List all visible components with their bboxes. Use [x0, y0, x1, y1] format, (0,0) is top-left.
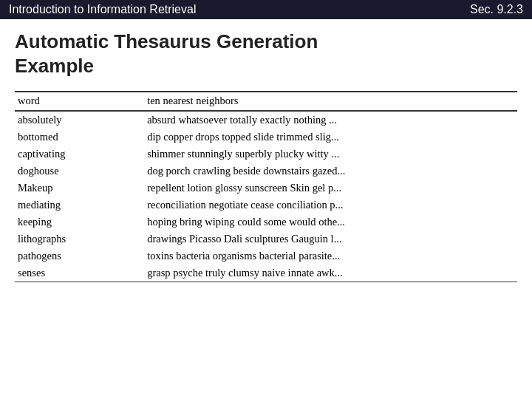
table-cell-neighbors: dip copper drops topped slide trimmed sl…	[144, 129, 517, 146]
col-header-neighbors: ten nearest neighbors	[144, 92, 517, 111]
header-section: Sec. 9.2.3	[470, 3, 523, 16]
table-row: sensesgrasp psyche truly clumsy naive in…	[15, 265, 517, 282]
table-row: pathogenstoxins bacteria organisms bacte…	[15, 248, 517, 265]
table-body: absolutelyabsurd whatsoever totally exac…	[15, 111, 517, 282]
table-cell-neighbors: drawings Picasso Dali sculptures Gauguin…	[144, 231, 517, 248]
table-cell-word: doghouse	[15, 163, 144, 180]
table-cell-word: pathogens	[15, 248, 144, 265]
table-row: lithographsdrawings Picasso Dali sculptu…	[15, 231, 517, 248]
table-row: keepinghoping bring wiping could some wo…	[15, 214, 517, 231]
header-title: Introduction to Information Retrieval	[9, 3, 196, 16]
table-row: bottomeddip copper drops topped slide tr…	[15, 129, 517, 146]
table-cell-word: captivating	[15, 146, 144, 163]
table-cell-neighbors: dog porch crawling beside downstairs gaz…	[144, 163, 517, 180]
table-row: captivatingshimmer stunningly superbly p…	[15, 146, 517, 163]
table-cell-word: bottomed	[15, 129, 144, 146]
table-cell-word: absolutely	[15, 111, 144, 129]
table-cell-neighbors: absurd whatsoever totally exactly nothin…	[144, 111, 517, 129]
table-row: mediatingreconciliation negotiate cease …	[15, 197, 517, 214]
table-row: doghousedog porch crawling beside downst…	[15, 163, 517, 180]
page-title: Automatic Thesaurus Generation Example	[15, 30, 517, 78]
table-cell-word: Makeup	[15, 180, 144, 197]
table-cell-neighbors: shimmer stunningly superbly plucky witty…	[144, 146, 517, 163]
table-cell-neighbors: reconciliation negotiate cease conciliat…	[144, 197, 517, 214]
thesaurus-table: word ten nearest neighbors absolutelyabs…	[15, 91, 517, 282]
table-cell-neighbors: hoping bring wiping could some would oth…	[144, 214, 517, 231]
table-cell-neighbors: repellent lotion glossy sunscreen Skin g…	[144, 180, 517, 197]
col-header-word: word	[15, 92, 144, 111]
table-cell-neighbors: toxins bacteria organisms bacterial para…	[144, 248, 517, 265]
table-cell-neighbors: grasp psyche truly clumsy naive innate a…	[144, 265, 517, 282]
table-cell-word: senses	[15, 265, 144, 282]
table-row: Makeuprepellent lotion glossy sunscreen …	[15, 180, 517, 197]
table-cell-word: mediating	[15, 197, 144, 214]
table-cell-word: keeping	[15, 214, 144, 231]
table-header-row: word ten nearest neighbors	[15, 92, 517, 111]
table-cell-word: lithographs	[15, 231, 144, 248]
main-content: Automatic Thesaurus Generation Example w…	[0, 19, 532, 290]
header-bar: Introduction to Information Retrieval Se…	[0, 0, 532, 19]
table-row: absolutelyabsurd whatsoever totally exac…	[15, 111, 517, 129]
